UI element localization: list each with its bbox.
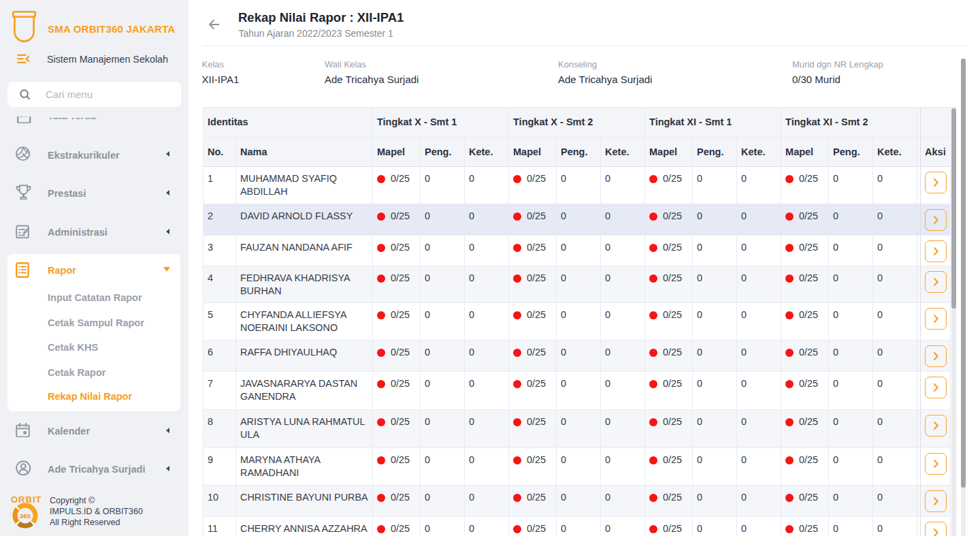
svg-text:360: 360 — [20, 512, 31, 520]
